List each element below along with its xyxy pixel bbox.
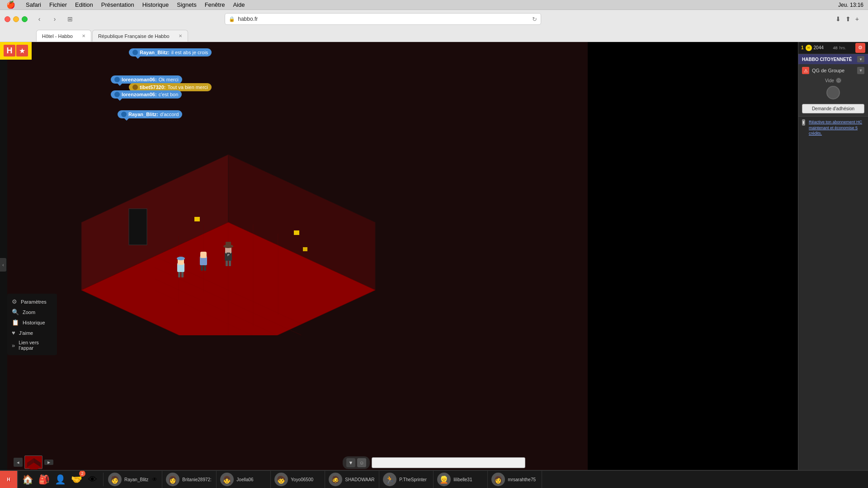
user-entry-yoyo[interactable]: 🧒 Yoyo06500 bbox=[271, 470, 325, 488]
menu-historique[interactable]: Historique bbox=[138, 1, 173, 8]
group-circle-container bbox=[802, 86, 864, 99]
reactivate-content: ⬆ Réactive ton abonnement HC maintenant … bbox=[802, 119, 864, 136]
bookmark-icon[interactable]: + bbox=[855, 15, 859, 23]
user-avatar-lilibelle: 👱 bbox=[437, 473, 451, 486]
user-name-sprinter: P.TheSprinter bbox=[399, 477, 426, 482]
panel-collapse-arrow[interactable]: ‹ bbox=[0, 258, 6, 272]
taskbar-icon-5[interactable]: 👁 bbox=[85, 472, 100, 487]
habbo-star-icon: ★ bbox=[16, 45, 28, 56]
user-avatar-sprinter: 🏃 bbox=[383, 473, 396, 486]
tab-close-icon[interactable]: ✕ bbox=[82, 33, 85, 38]
chat-user-icon-2 bbox=[114, 77, 120, 82]
citizenship-toggle-btn[interactable]: ▼ bbox=[857, 56, 864, 62]
user-entry-lilibelle[interactable]: 👱 lilibelle31 bbox=[434, 470, 488, 488]
room-thumbnail-image[interactable] bbox=[24, 455, 42, 469]
chat-controls: ▼ ☺ bbox=[343, 456, 370, 469]
context-lien[interactable]: » Lien vers l'appar bbox=[7, 338, 57, 352]
user-avatar-mrsarah: 👩 bbox=[491, 473, 505, 486]
menu-presentation[interactable]: Présentation bbox=[97, 1, 138, 8]
menu-safari[interactable]: Safari bbox=[22, 1, 45, 8]
context-label-lien: Lien vers l'appar bbox=[19, 340, 52, 351]
taskbar-icon-2[interactable]: 🎒 bbox=[36, 472, 52, 487]
thumb-arrow-right[interactable]: ▶ bbox=[44, 460, 53, 465]
chat-user-4: lorenzoman06: bbox=[122, 92, 157, 97]
taskbar-icon-4[interactable]: 🤝 2 bbox=[69, 472, 84, 487]
reactivate-link[interactable]: Réactive ton abonnement HC maintenant et… bbox=[809, 120, 862, 136]
thumbnail-collapse-btn[interactable]: ◂ bbox=[14, 458, 23, 467]
context-parametres[interactable]: ⚙ Paramètres bbox=[7, 296, 57, 307]
chat-bubble-2: lorenzoman06: Ok merci bbox=[111, 75, 182, 84]
taskbar-icons: 🏠 🎒 👤 🤝 2 👁 bbox=[18, 472, 102, 487]
taskbar-icon-3[interactable]: 👤 bbox=[52, 472, 68, 487]
user-avatar-shadow: 🧔 bbox=[329, 473, 342, 486]
menu-signets[interactable]: Signets bbox=[173, 1, 200, 8]
chat-user-icon-5 bbox=[121, 112, 127, 117]
hc-number: 1 bbox=[801, 45, 804, 50]
menu-edition[interactable]: Edition bbox=[71, 1, 97, 8]
tab-republique[interactable]: République Française de Habbo ✕ bbox=[92, 30, 188, 42]
group-header: ⚠ QG de Groupe ▼ bbox=[802, 67, 864, 74]
download-icon[interactable]: ⬇ bbox=[835, 15, 841, 23]
user-entry-mrsarah[interactable]: 👩 mrsarahthe75 bbox=[488, 470, 542, 488]
reload-icon[interactable]: ↻ bbox=[532, 16, 537, 23]
room-thumbnail-area: ◂ ▶ bbox=[14, 455, 53, 469]
chat-input[interactable] bbox=[372, 457, 525, 468]
context-historique[interactable]: 📋 Historique bbox=[7, 317, 57, 328]
group-icon: ⚠ bbox=[802, 67, 809, 74]
user-name-lilibelle: lilibelle31 bbox=[453, 477, 472, 482]
vide-info-icon[interactable]: ⓘ bbox=[836, 78, 841, 83]
vide-label: Vide bbox=[825, 78, 834, 83]
menu-aide[interactable]: Aide bbox=[229, 1, 249, 8]
close-button[interactable] bbox=[5, 16, 10, 22]
user-name-shadow: SHADOWAAR bbox=[345, 477, 374, 482]
hc-credits: 2044 bbox=[814, 45, 824, 50]
svg-rect-29 bbox=[226, 261, 228, 266]
menu-fichier[interactable]: Fichier bbox=[45, 1, 71, 8]
user-entry-britanie[interactable]: 👩 Britanie28972: bbox=[162, 470, 217, 488]
group-dropdown-btn[interactable]: ▼ bbox=[857, 67, 864, 74]
address-bar[interactable]: 🔒 habbo.fr ↻ bbox=[225, 13, 541, 25]
user-name-britanie: Britanie28972: bbox=[182, 477, 212, 482]
taskbar-icon-1[interactable]: 🏠 bbox=[20, 472, 35, 487]
chat-emoji-btn[interactable]: ☺ bbox=[357, 458, 366, 467]
habbo-logo[interactable]: H ★ bbox=[0, 42, 32, 60]
chat-text-3: Tout va bien merci bbox=[167, 84, 208, 90]
demande-adhesion-btn[interactable]: Demande d'adhésion bbox=[802, 104, 864, 113]
citizenship-title: HABBO CITOYENNETÉ bbox=[802, 57, 852, 62]
svg-point-18 bbox=[177, 257, 185, 260]
hc-settings-btn[interactable]: ⚙ bbox=[855, 43, 865, 53]
user-entry-sprinter[interactable]: 🏃 P.TheSprinter bbox=[379, 470, 434, 488]
chat-user-icon-4 bbox=[114, 92, 120, 97]
menu-fenetre[interactable]: Fenêtre bbox=[201, 1, 229, 8]
chat-user-icon-3 bbox=[132, 84, 138, 90]
scene-container: Rayan_Blitz: il est abs je crois lorenzo… bbox=[0, 42, 588, 488]
history-icon: 📋 bbox=[12, 319, 19, 326]
tab-overview-button[interactable]: ⊞ bbox=[64, 14, 76, 24]
context-jaime[interactable]: ♥ J'aime bbox=[7, 328, 57, 338]
user-avatar-rayan: 🧑 bbox=[108, 473, 122, 486]
forward-button[interactable]: › bbox=[48, 14, 61, 24]
tab-close-icon-2[interactable]: ✕ bbox=[179, 33, 182, 38]
svg-rect-15 bbox=[303, 247, 307, 251]
user-entry-shadow[interactable]: 🧔 SHADOWAAR bbox=[325, 470, 379, 488]
menu-time: Jeu. 13:16 bbox=[838, 2, 863, 8]
maximize-button[interactable] bbox=[22, 16, 28, 22]
heart-icon: ♥ bbox=[12, 329, 15, 336]
svg-rect-23 bbox=[201, 265, 203, 271]
minimize-button[interactable] bbox=[13, 16, 19, 22]
hc-hours: 48 bbox=[833, 46, 837, 50]
taskbar-logo: H bbox=[0, 470, 18, 488]
back-button[interactable]: ‹ bbox=[33, 14, 46, 24]
user-name-mrsarah: mrsarahthe75 bbox=[508, 477, 536, 482]
user-entry-rayan[interactable]: 🧑 Rayan_Blitz 👁 bbox=[104, 470, 162, 488]
chat-options-btn[interactable]: ▼ bbox=[346, 458, 355, 467]
group-section: ⚠ QG de Groupe ▼ Vide ⓘ Demande d'adhési… bbox=[798, 64, 868, 117]
user-entry-joella[interactable]: 👧 Joella06 bbox=[217, 470, 271, 488]
hc-timer: 48 hrs. bbox=[833, 46, 846, 50]
share-icon[interactable]: ⬆ bbox=[845, 15, 851, 23]
context-zoom[interactable]: 🔍 Zoom bbox=[7, 307, 57, 317]
url-text: habbo.fr bbox=[238, 16, 258, 22]
group-circle-avatar bbox=[826, 86, 840, 99]
tab-hotel-habbo[interactable]: Hôtel - Habbo ✕ bbox=[36, 30, 91, 42]
apple-menu[interactable]: 🍎 bbox=[0, 0, 22, 9]
